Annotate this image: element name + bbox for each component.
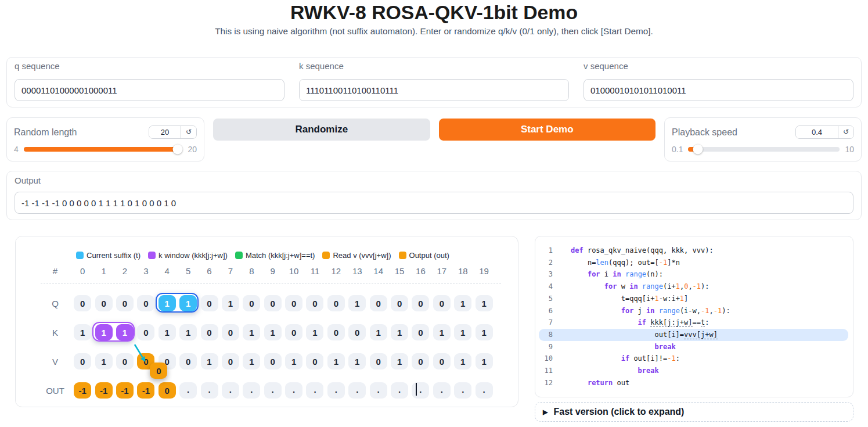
code-text: if out[i]!=-1: [553, 353, 680, 365]
grid-col-index: 19 [473, 266, 494, 276]
randomize-button[interactable]: Randomize [213, 119, 430, 141]
code-text: if kkk[j:j+w]==t: [553, 317, 709, 329]
output-value: -1 -1 -1 -1 0 0 0 0 0 1 1 1 1 0 1 0 0 0 … [15, 192, 853, 214]
grid-cell: 0 [116, 353, 134, 369]
line-number: 2 [543, 257, 553, 269]
grid-col-index: 13 [347, 266, 368, 276]
grid-row-label: K [38, 328, 72, 338]
grid-cell: . [222, 382, 239, 399]
playback-speed-reset-button[interactable]: ↺ [838, 126, 853, 138]
grid-cell: 1 [476, 295, 493, 311]
grid-cell: . [454, 382, 471, 399]
code-text: out[i]=vvv[j+w] [553, 329, 718, 341]
random-length-min: 4 [14, 145, 19, 154]
line-number: 5 [543, 293, 553, 305]
grid-row-q: Q00001101000001000011 [38, 295, 518, 311]
playback-speed-slider-thumb[interactable] [693, 145, 703, 155]
grid-cell: 0 [433, 295, 451, 311]
grid-cell: 0 [179, 353, 197, 369]
grid-col-index: 14 [368, 266, 388, 276]
grid-cell: 0 [137, 295, 154, 311]
k-sequence-field: k sequence [299, 61, 569, 101]
grid-header-row: #012345678910111213141516171819 [38, 266, 518, 276]
demo-grid: #012345678910111213141516171819Q00001101… [16, 266, 518, 399]
random-length-slider[interactable] [24, 147, 183, 152]
random-length-reset-button[interactable]: ↺ [181, 126, 196, 138]
legend-item: Read v (vvv[j+w]) [322, 251, 391, 260]
q-sequence-label: q sequence [15, 61, 284, 71]
fast-version-summary[interactable]: ▶ Fast version (click to expand) [543, 407, 845, 417]
line-number: 4 [543, 281, 553, 293]
line-number: 10 [543, 353, 553, 365]
code-text: t=qqq[i+1-w:i+1] [553, 293, 688, 305]
legend-item: k window (kkk[j:j+w]) [148, 251, 228, 260]
grid-row-out: OUT-1-1-1-10............... [38, 382, 518, 399]
q-sequence-field: q sequence [15, 61, 284, 101]
q-sequence-input[interactable] [15, 79, 284, 101]
grid-row-v: V01000010101011010011 [38, 353, 518, 369]
grid-cell: 1 [264, 324, 282, 340]
legend-label: Read v (vvv[j+w]) [333, 251, 391, 260]
code-line-7: 7 if kkk[j:j+w]==t: [539, 317, 848, 329]
grid-cell: 0 [327, 295, 345, 311]
grid-col-index: 17 [431, 266, 452, 276]
start-demo-button[interactable]: Start Demo [439, 119, 656, 141]
grid-col-index: 7 [220, 266, 241, 276]
grid-cell: 0 [412, 324, 429, 340]
grid-col-index: 12 [326, 266, 347, 276]
grid-cell: . [412, 382, 429, 399]
code-text: n=len(qqq); out=[-1]*n [553, 257, 680, 269]
grid-cell: 0 [412, 353, 429, 369]
code-text: return out [553, 377, 629, 389]
code-line-3: 3 for i in range(n): [539, 268, 848, 281]
grid-cell: 0 [159, 382, 176, 399]
grid-cell: 1 [179, 295, 197, 311]
page-title: RWKV-8 ROSA-QKV-1bit Demo [6, 1, 862, 24]
grid-col-index: 11 [304, 266, 325, 276]
grid-cell: . [327, 382, 345, 399]
line-number: 11 [543, 365, 553, 377]
code-line-6: 6 for j in range(i-w,-1,-1): [539, 305, 848, 317]
page: RWKV-8 ROSA-QKV-1bit Demo This is using … [0, 1, 868, 422]
random-length-slider-thumb[interactable] [172, 145, 182, 155]
line-number: 12 [543, 377, 553, 389]
v-sequence-field: v sequence [584, 61, 853, 101]
grid-cell: 1 [327, 353, 345, 369]
code-line-10: 10 if out[i]!=-1: [539, 353, 848, 365]
legend-swatch-icon [148, 252, 156, 259]
code-text: for j in range(i-w,-1,-1): [553, 305, 730, 317]
grid-cell: 0 [348, 324, 366, 340]
grid-cell: . [201, 382, 218, 399]
grid-cell: 1 [391, 324, 408, 340]
grid-col-index: 3 [135, 266, 156, 276]
grid-cell: 0 [285, 295, 302, 311]
grid-cell: 1 [243, 353, 260, 369]
line-number: 3 [543, 268, 553, 281]
playback-speed-input[interactable] [796, 126, 838, 138]
v-sequence-input[interactable] [584, 79, 853, 101]
v-sequence-label: v sequence [584, 61, 853, 71]
legend-swatch-icon [399, 252, 406, 259]
legend-swatch-icon [235, 252, 243, 259]
grid-separator [41, 283, 501, 284]
grid-cell: . [243, 382, 260, 399]
sequence-panel: q sequence k sequence v sequence [6, 57, 862, 107]
grid-cell: 1 [348, 353, 366, 369]
code-text: break [553, 365, 659, 377]
grid-col-index: 5 [178, 266, 199, 276]
random-length-input[interactable] [149, 126, 181, 138]
grid-cell: 1 [95, 324, 113, 340]
playback-speed-slider[interactable] [688, 147, 840, 152]
grid-cell: . [306, 382, 323, 399]
grid-col-index: 15 [389, 266, 410, 276]
output-label: Output [15, 175, 853, 185]
k-sequence-input[interactable] [299, 79, 569, 101]
grid-cell: 1 [454, 353, 471, 369]
grid-cell: -1 [74, 382, 91, 399]
line-number: 9 [543, 341, 553, 353]
right-column: 1def rosa_qkv_naive(qqq, kkk, vvv):2 n=l… [535, 236, 853, 422]
grid-col-index: 4 [157, 266, 178, 276]
grid-col-index: 16 [410, 266, 431, 276]
grid-cell: . [285, 382, 302, 399]
grid-col-index: 0 [72, 266, 93, 276]
